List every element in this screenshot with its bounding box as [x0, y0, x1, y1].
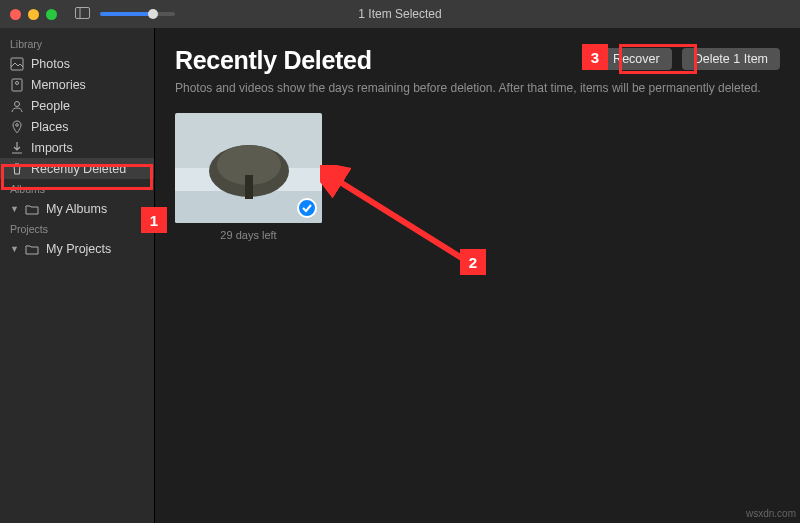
- memories-icon: [10, 78, 24, 92]
- section-label-library: Library: [0, 34, 154, 53]
- sidebar-item-my-albums[interactable]: ▼ My Albums: [0, 198, 154, 219]
- svg-point-4: [16, 81, 19, 84]
- annotation-callout-2: 2: [460, 249, 486, 275]
- svg-rect-12: [245, 175, 253, 199]
- watermark: wsxdn.com: [746, 508, 796, 519]
- minimize-window-button[interactable]: [28, 9, 39, 20]
- sidebar-item-places[interactable]: Places: [0, 116, 154, 137]
- page-subtitle: Photos and videos show the days remainin…: [175, 81, 780, 95]
- fullscreen-window-button[interactable]: [46, 9, 57, 20]
- svg-rect-0: [76, 8, 90, 19]
- selection-checkmark-icon: [297, 198, 317, 218]
- page-title: Recently Deleted: [175, 46, 372, 75]
- disclosure-triangle-icon[interactable]: ▼: [10, 204, 18, 214]
- places-icon: [10, 120, 24, 134]
- sidebar: Library Photos Memories People Places Im…: [0, 28, 155, 523]
- people-icon: [10, 99, 24, 113]
- svg-point-5: [15, 101, 20, 106]
- days-left-label: 29 days left: [175, 229, 322, 241]
- sidebar-item-imports[interactable]: Imports: [0, 137, 154, 158]
- annotation-callout-1: 1: [141, 207, 167, 233]
- disclosure-triangle-icon[interactable]: ▼: [10, 244, 18, 254]
- sidebar-item-label: Photos: [31, 57, 70, 71]
- sidebar-item-label: People: [31, 99, 70, 113]
- sidebar-item-people[interactable]: People: [0, 95, 154, 116]
- folder-icon: [25, 202, 39, 216]
- trash-icon: [10, 162, 24, 176]
- section-label-projects: Projects: [0, 219, 154, 238]
- photo-item[interactable]: 29 days left: [175, 113, 322, 241]
- recover-button[interactable]: Recover: [601, 48, 672, 70]
- content-area: Recently Deleted Recover Delete 1 Item P…: [155, 28, 800, 523]
- close-window-button[interactable]: [10, 9, 21, 20]
- section-label-albums: Albums: [0, 179, 154, 198]
- thumbnail-size-slider[interactable]: [100, 12, 175, 16]
- sidebar-item-label: My Albums: [46, 202, 107, 216]
- delete-button[interactable]: Delete 1 Item: [682, 48, 780, 70]
- sidebar-item-my-projects[interactable]: ▼ My Projects: [0, 238, 154, 259]
- imports-icon: [10, 141, 24, 155]
- svg-point-6: [16, 123, 19, 126]
- svg-rect-2: [11, 58, 23, 70]
- sidebar-item-label: Recently Deleted: [31, 162, 126, 176]
- photo-thumbnail[interactable]: [175, 113, 322, 223]
- sidebar-toggle-icon[interactable]: [75, 5, 90, 23]
- sidebar-item-label: Imports: [31, 141, 73, 155]
- window-titlebar: 1 Item Selected: [0, 0, 800, 28]
- sidebar-item-label: Memories: [31, 78, 86, 92]
- folder-icon: [25, 242, 39, 256]
- sidebar-item-photos[interactable]: Photos: [0, 53, 154, 74]
- annotation-callout-3: 3: [582, 44, 608, 70]
- sidebar-item-memories[interactable]: Memories: [0, 74, 154, 95]
- sidebar-item-label: My Projects: [46, 242, 111, 256]
- window-title: 1 Item Selected: [358, 7, 441, 21]
- sidebar-item-recently-deleted[interactable]: Recently Deleted: [0, 158, 154, 179]
- sidebar-item-label: Places: [31, 120, 69, 134]
- window-controls: [10, 9, 57, 20]
- photos-icon: [10, 57, 24, 71]
